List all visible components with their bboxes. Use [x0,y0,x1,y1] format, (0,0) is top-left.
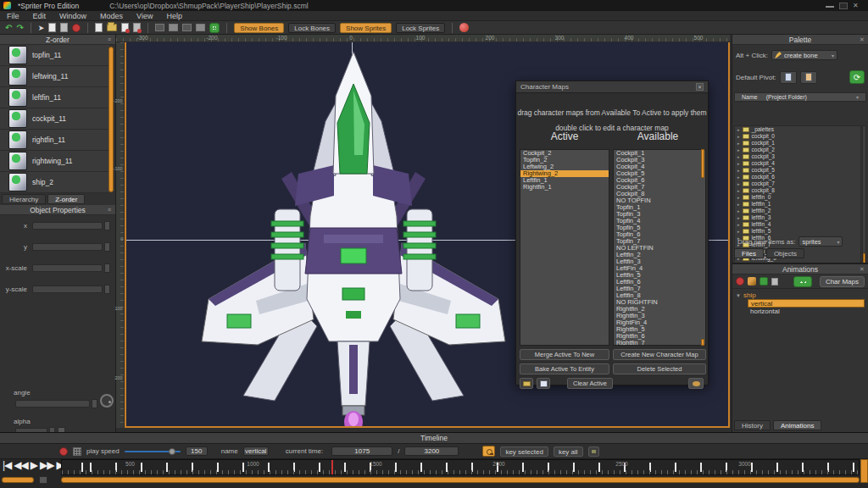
angle-input[interactable] [15,400,90,408]
active-map-item[interactable]: Rightfin_1 [520,184,609,191]
x-scale-input[interactable] [32,264,103,272]
entity-root-row[interactable]: ▼ship [736,291,865,299]
fullscreen-icon[interactable] [209,23,220,33]
copy-icon[interactable] [48,23,56,32]
zorder-item[interactable]: rightfin_11 [0,130,109,151]
zorder-item[interactable]: leftwing_11 [0,66,109,87]
panel-menu-icon[interactable]: ≡ [106,207,113,214]
close-icon[interactable]: ✕ [853,3,861,9]
view-grid-icon[interactable] [182,24,192,31]
clear-active-button[interactable]: Clear Active [567,378,613,389]
animations-close-icon[interactable]: ✕ [859,266,865,273]
file-row[interactable]: cockpit_7 [735,180,860,187]
file-row[interactable]: leftfin_0 [735,194,860,201]
total-time-input[interactable]: 3200 [404,446,459,456]
snap-grid-icon[interactable] [73,447,81,456]
lock-bones-button[interactable]: Lock Bones [288,23,336,33]
new-file-icon[interactable] [95,23,103,32]
menu-item[interactable]: Window [53,11,93,21]
angle-dial[interactable] [100,394,114,408]
key-selected-button[interactable]: key selected [500,446,548,457]
file-row[interactable]: cockpit_5 [735,167,860,174]
view-mode-icon[interactable] [155,24,164,31]
drag-items-dropdown[interactable]: sprites ▾ [798,236,843,247]
playback-button[interactable]: |◀ [3,457,11,474]
paste-icon[interactable] [60,23,68,32]
key-icon-button[interactable] [482,446,495,457]
key-options-button[interactable] [588,446,599,457]
color-tool-icon[interactable] [459,23,469,32]
onion-skin-button[interactable] [793,276,812,287]
menu-item[interactable]: View [130,11,159,21]
file-row[interactable]: leftfin_5 [735,228,860,235]
save-file-icon[interactable] [121,23,129,32]
mini-scrollbar[interactable] [2,477,34,483]
animation-item[interactable]: vertical [748,299,865,308]
available-map-item[interactable]: Rightfin_7 [614,340,705,346]
animation-item[interactable]: horizontal [748,308,865,316]
spinner[interactable] [104,242,110,252]
file-row[interactable]: _palettes [735,126,860,133]
menu-item[interactable]: Edit [26,11,53,21]
property-row[interactable]: x [0,215,115,236]
bone-tool-icon[interactable] [748,277,756,286]
x-input[interactable] [32,222,103,230]
property-row[interactable]: x-scale [0,258,115,279]
zorder-item[interactable]: rightwing_11 [0,151,109,172]
char-maps-button[interactable]: Char Maps [820,276,865,287]
spinner[interactable] [104,221,110,230]
menu-item[interactable]: Help [159,11,189,21]
import-icon[interactable] [133,23,141,32]
show-sprites-button[interactable]: Show Sprites [340,23,392,33]
file-row[interactable]: leftfin_2 [735,208,860,214]
tab-hierarchy[interactable]: Hierarchy [2,194,46,204]
file-row[interactable]: cockpit_2 [735,147,860,153]
undo-icon[interactable]: ↶ [5,23,12,33]
menu-item[interactable]: File [0,11,26,21]
property-row[interactable]: y [0,236,115,258]
merge-active-button[interactable]: Merge Active To New [520,349,609,360]
panel-menu-icon[interactable]: ≡ [106,36,113,43]
file-row[interactable]: leftfin_3 [735,214,860,221]
key-all-button[interactable]: key all [554,446,583,457]
scroll-option-box[interactable] [39,476,47,484]
tab-files[interactable]: Files [734,248,764,258]
maximize-icon[interactable] [839,3,848,9]
record-icon[interactable] [736,277,744,286]
file-row[interactable]: cockpit_6 [735,174,860,180]
pivot-mode-button-1[interactable] [780,71,797,84]
menu-item[interactable]: Modes [93,11,130,21]
timeline-ruler[interactable]: 50010001500200025003000 [61,459,860,475]
tab-objects[interactable]: Objects [766,248,804,258]
file-row[interactable]: cockpit_1 [735,140,860,147]
duplicate-animation-icon[interactable] [771,278,778,286]
file-row[interactable]: cockpit_0 [735,133,860,140]
current-time-input[interactable]: 1075 [331,446,392,456]
slider-knob[interactable] [169,448,175,455]
palette-close-icon[interactable]: ✕ [859,36,865,43]
refresh-icon[interactable]: ⟳ [849,70,865,84]
timeline-scrollbar[interactable] [61,477,860,483]
ship-sprite[interactable] [197,47,510,428]
spinner[interactable] [104,285,110,294]
dialog-title-bar[interactable]: Character Maps ✕ [516,81,708,93]
timeline-corner-scroll[interactable] [860,459,868,483]
create-character-map-button[interactable]: Create New Character Map [613,349,706,360]
delete-icon[interactable] [72,24,81,32]
zorder-item[interactable]: topfin_11 [0,45,109,66]
property-row[interactable]: y-scale [0,279,115,300]
open-file-icon[interactable] [107,24,117,31]
playback-button[interactable]: ◀◀ [14,457,27,474]
select-tool-icon[interactable]: ➤ [38,23,45,33]
angle-spinner[interactable] [92,399,97,408]
delete-selected-button[interactable]: Delete Selected [613,363,706,374]
available-scrollbar[interactable] [701,149,704,178]
new-animation-icon[interactable] [760,277,768,286]
y-input[interactable] [32,243,103,251]
minimize-icon[interactable] [826,3,834,8]
tab-animations[interactable]: Animations [773,420,822,430]
bake-active-button[interactable]: Bake Active To Entity [520,363,609,374]
load-map-button[interactable] [520,378,533,389]
pivot-mode-button-2[interactable] [800,71,817,84]
redo-icon[interactable]: ↷ [16,23,23,33]
